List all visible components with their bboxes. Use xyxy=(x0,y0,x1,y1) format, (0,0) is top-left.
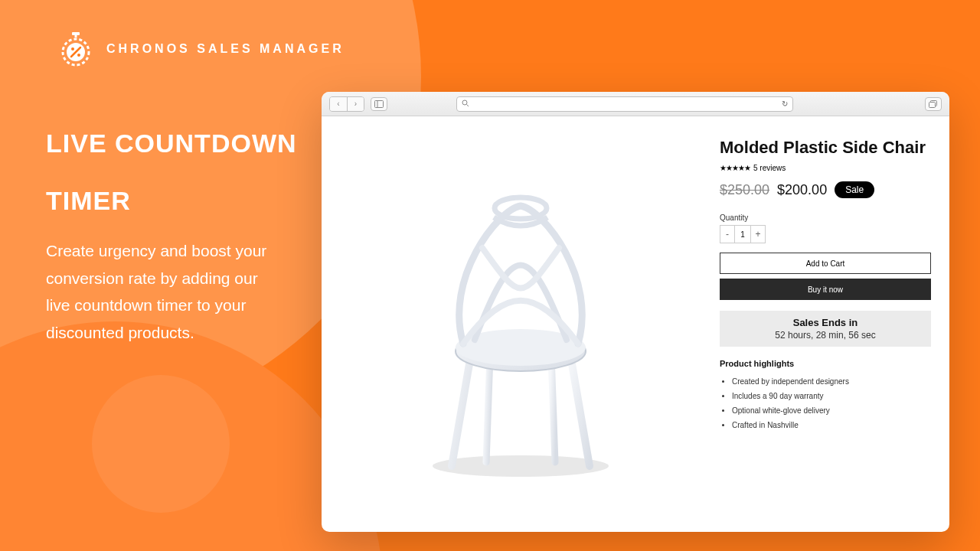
svg-rect-12 xyxy=(929,102,936,107)
svg-point-13 xyxy=(433,455,609,477)
chair-illustration xyxy=(398,164,643,485)
svg-line-10 xyxy=(467,104,469,106)
add-to-cart-button[interactable]: Add to Cart xyxy=(720,253,931,274)
reviews-count: 5 reviews xyxy=(753,164,786,172)
highlights-list: Created by independent designers Include… xyxy=(720,374,931,432)
subcopy: Create urgency and boost your conversion… xyxy=(46,237,283,347)
brand-name: CHRONOS SALES MANAGER xyxy=(106,42,345,56)
old-price: $250.00 xyxy=(720,182,769,198)
svg-point-4 xyxy=(71,47,74,51)
sidebar-toggle-button[interactable] xyxy=(371,97,387,111)
product-info-panel: Molded Plastic Side Chair ★★★★★ 5 review… xyxy=(720,116,949,532)
svg-point-5 xyxy=(77,54,80,57)
tabs-icon xyxy=(929,97,938,111)
star-icons: ★★★★★ xyxy=(720,164,750,172)
headline: LIVE COUNTDOWN TIMER xyxy=(46,115,297,230)
svg-rect-1 xyxy=(75,34,77,37)
buy-now-button[interactable]: Buy it now xyxy=(720,279,931,300)
list-item: Created by independent designers xyxy=(732,374,931,389)
price-row: $250.00 $200.00 Sale xyxy=(720,181,931,198)
address-bar[interactable]: ↻ xyxy=(456,96,793,112)
address-input[interactable] xyxy=(472,99,776,108)
chevron-left-icon: ‹ xyxy=(337,99,339,108)
list-item: Crafted in Nashville xyxy=(732,418,931,432)
browser-toolbar: ‹ › ↻ xyxy=(322,92,949,116)
countdown-title: Sales Ends in xyxy=(726,317,925,328)
sale-badge: Sale xyxy=(835,181,874,198)
sidebar-icon xyxy=(374,97,384,111)
product-image xyxy=(322,116,720,532)
quantity-value: 1 xyxy=(734,226,751,243)
svg-rect-7 xyxy=(375,100,384,107)
quantity-stepper: - 1 + xyxy=(720,225,766,243)
stopwatch-percent-icon xyxy=(57,31,94,67)
brand-logo-row: CHRONOS SALES MANAGER xyxy=(57,31,345,67)
chevron-right-icon: › xyxy=(354,99,357,108)
new-price: $200.00 xyxy=(777,182,827,198)
product-page: Molded Plastic Side Chair ★★★★★ 5 review… xyxy=(322,116,949,532)
svg-point-9 xyxy=(462,100,467,105)
reviews-row[interactable]: ★★★★★ 5 reviews xyxy=(720,164,931,172)
quantity-decrease-button[interactable]: - xyxy=(720,226,734,243)
quantity-increase-button[interactable]: + xyxy=(751,226,765,243)
list-item: Includes a 90 day warranty xyxy=(732,389,931,403)
refresh-button[interactable]: ↻ xyxy=(782,99,788,108)
list-item: Optional white-glove delivery xyxy=(732,403,931,418)
headline-line-2: TIMER xyxy=(46,172,297,230)
headline-line-1: LIVE COUNTDOWN xyxy=(46,115,297,172)
tabs-button[interactable] xyxy=(925,97,942,111)
countdown-box: Sales Ends in 52 hours, 28 min, 56 sec xyxy=(720,311,931,347)
back-button[interactable]: ‹ xyxy=(330,97,347,111)
forward-button[interactable]: › xyxy=(347,97,364,111)
quantity-label: Quantity xyxy=(720,214,931,222)
countdown-value: 52 hours, 28 min, 56 sec xyxy=(726,330,925,341)
product-title: Molded Plastic Side Chair xyxy=(720,138,931,158)
nav-button-group: ‹ › xyxy=(329,96,364,112)
search-icon xyxy=(462,99,469,109)
highlights-title: Product highlights xyxy=(720,359,931,368)
browser-mock: ‹ › ↻ xyxy=(322,92,949,532)
